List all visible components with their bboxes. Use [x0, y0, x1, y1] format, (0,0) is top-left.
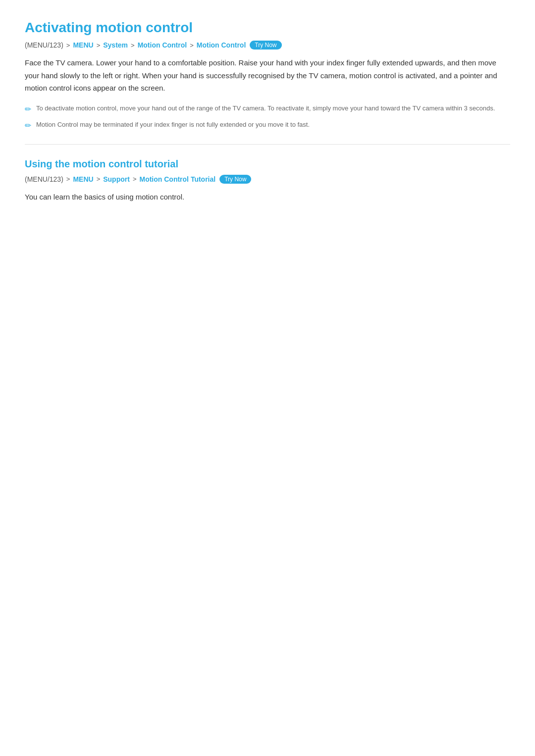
breadcrumb-1: (MENU/123) > MENU > System > Motion Cont…: [25, 41, 510, 50]
section-2-title: Using the motion control tutorial: [25, 158, 510, 170]
breadcrumb-menu-num: (MENU/123): [25, 41, 63, 49]
breadcrumb-motion-control: Motion Control: [138, 41, 187, 49]
breadcrumb-2: (MENU/123) > MENU > Support > Motion Con…: [25, 175, 510, 184]
breadcrumb-2-motion-tutorial: Motion Control Tutorial: [139, 175, 215, 183]
page-title: Activating motion control: [25, 20, 510, 36]
chevron-2-icon-3: >: [133, 175, 137, 183]
breadcrumb-motion-control-2: Motion Control: [197, 41, 246, 49]
notes-container: ✏ To deactivate motion control, move you…: [25, 103, 510, 130]
chevron-icon-2: >: [97, 42, 101, 49]
note-text-1: To deactivate motion control, move your …: [36, 103, 495, 114]
chevron-icon-3: >: [131, 42, 135, 49]
breadcrumb-2-menu-num: (MENU/123): [25, 175, 63, 183]
pencil-icon-1: ✏: [25, 104, 31, 114]
note-item-2: ✏ Motion Control may be terminated if yo…: [25, 120, 510, 130]
section-2-description: You can learn the basics of using motion…: [25, 191, 510, 203]
section-divider: [25, 144, 510, 145]
breadcrumb-menu: MENU: [73, 41, 93, 49]
breadcrumb-2-support: Support: [103, 175, 130, 183]
note-item-1: ✏ To deactivate motion control, move you…: [25, 103, 510, 114]
breadcrumb-system: System: [103, 41, 128, 49]
chevron-2-icon-1: >: [66, 175, 70, 183]
chevron-icon-4: >: [190, 42, 194, 49]
breadcrumb-2-menu: MENU: [73, 175, 93, 183]
pencil-icon-2: ✏: [25, 121, 31, 130]
chevron-2-icon-2: >: [97, 175, 101, 183]
note-text-2: Motion Control may be terminated if your…: [36, 120, 310, 130]
try-now-button-1[interactable]: Try Now: [250, 41, 281, 50]
try-now-button-2[interactable]: Try Now: [219, 175, 251, 184]
chevron-icon-1: >: [66, 42, 70, 49]
main-description: Face the TV camera. Lower your hand to a…: [25, 56, 510, 95]
